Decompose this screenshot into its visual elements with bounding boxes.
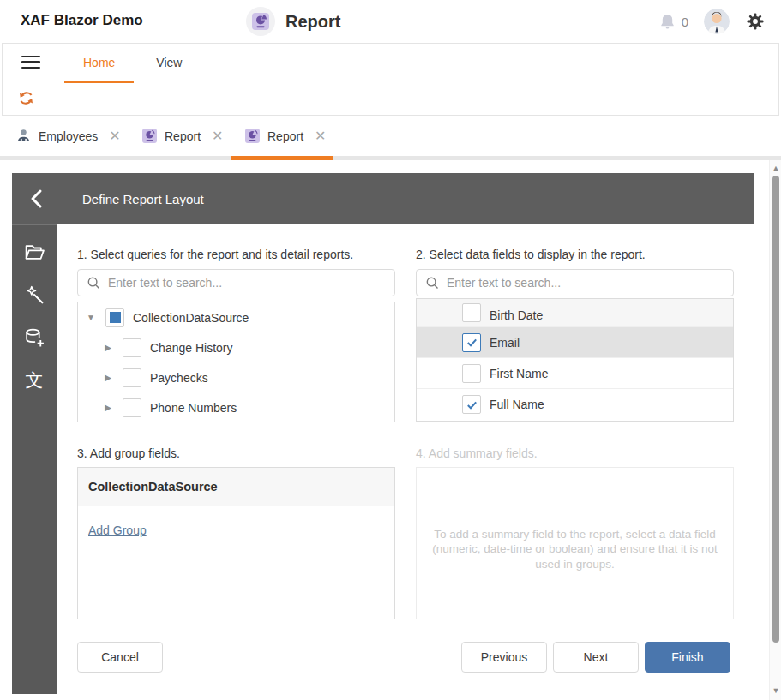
- page-title: Report: [285, 12, 340, 32]
- search-icon: [425, 276, 439, 290]
- collapse-arrow-icon[interactable]: ▼: [86, 313, 96, 322]
- bell-icon: [659, 13, 676, 30]
- expand-arrow-icon[interactable]: ▶: [103, 403, 113, 412]
- vertical-scrollbar[interactable]: ▲ ▼: [769, 160, 781, 700]
- tree-row[interactable]: ▼ CollectionDataSource: [78, 302, 394, 332]
- step3-heading: 3. Add group fields.: [77, 446, 395, 460]
- notification-count: 0: [682, 15, 688, 29]
- menu-tab-home[interactable]: Home: [63, 44, 135, 81]
- employees-icon: [16, 129, 31, 143]
- group-fields-panel: CollectionDataSource Add Group: [77, 467, 395, 619]
- wizard-header: Define Report Layout: [12, 173, 754, 224]
- summary-empty-hint: To add a summary field to the report, se…: [417, 527, 733, 572]
- menu-tab-view[interactable]: View: [135, 44, 202, 81]
- checkbox-checked[interactable]: [462, 395, 481, 414]
- tree-row[interactable]: ▶ Paychecks: [78, 362, 394, 392]
- step2-search: [416, 269, 734, 296]
- refresh-icon[interactable]: [15, 87, 37, 110]
- localization-icon[interactable]: 文: [23, 369, 45, 392]
- tab-report-1[interactable]: Report ✕: [142, 116, 223, 156]
- wizard-sidebar: 文: [12, 224, 57, 694]
- app-title: XAF Blazor Demo: [21, 12, 143, 29]
- close-tab-icon[interactable]: ✕: [109, 128, 120, 144]
- checkbox-unchecked[interactable]: [123, 368, 141, 387]
- step1-search-input[interactable]: [108, 276, 394, 290]
- close-tab-icon[interactable]: ✕: [315, 128, 326, 144]
- page-header: Report: [246, 7, 340, 36]
- step1-search: [77, 269, 395, 296]
- search-icon: [87, 276, 100, 290]
- expand-arrow-icon[interactable]: ▶: [103, 373, 113, 382]
- app-window: XAF Blazor Demo Report: [0, 0, 781, 700]
- step1-heading: 1. Select queries for the report and its…: [77, 248, 395, 261]
- add-group-link[interactable]: Add Group: [88, 524, 147, 537]
- report-icon: [142, 129, 157, 143]
- tab-employees[interactable]: Employees ✕: [16, 116, 121, 156]
- active-tab-underline: [231, 156, 333, 160]
- checkbox-unchecked[interactable]: [123, 398, 141, 417]
- open-folder-icon[interactable]: [23, 241, 45, 263]
- checkbox-unchecked[interactable]: [462, 303, 481, 322]
- menu-bar: Home View: [3, 44, 778, 81]
- next-button[interactable]: Next: [553, 642, 639, 673]
- scrollbar-up-arrow[interactable]: ▲: [770, 162, 781, 174]
- step4-heading: 4. Add summary fields.: [416, 446, 734, 460]
- toolbar: [3, 81, 778, 115]
- step2-heading: 2. Select data fields to display in the …: [416, 248, 734, 261]
- queries-tree: ▼ CollectionDataSource ▶ Change History …: [77, 302, 395, 422]
- app-header: XAF Blazor Demo Report: [0, 0, 781, 43]
- group-panel-title: CollectionDataSource: [78, 468, 394, 506]
- field-row-birth-date[interactable]: Birth Date: [417, 299, 733, 327]
- user-avatar[interactable]: [704, 9, 730, 34]
- report-icon: [246, 7, 275, 36]
- wizard-title: Define Report Layout: [82, 192, 204, 206]
- checkbox-indeterminate[interactable]: [105, 308, 124, 327]
- close-tab-icon[interactable]: ✕: [212, 128, 223, 144]
- magic-wand-icon[interactable]: [23, 284, 45, 306]
- scrollbar-down-arrow[interactable]: ▼: [770, 685, 781, 697]
- tab-strip-divider: [0, 156, 781, 160]
- document-tab-strip: Employees ✕ Report ✕: [0, 116, 781, 156]
- checkbox-unchecked[interactable]: [123, 338, 141, 357]
- back-chevron-icon[interactable]: [29, 188, 46, 209]
- expand-arrow-icon[interactable]: ▶: [103, 343, 113, 352]
- checkbox-checked[interactable]: [462, 333, 481, 352]
- tab-report-2-active[interactable]: Report ✕: [245, 116, 326, 156]
- scrollbar-thumb[interactable]: [772, 176, 779, 643]
- tree-row[interactable]: ▶ Phone Numbers: [78, 392, 394, 422]
- report-wizard-dialog: Define Report Layout: [12, 173, 754, 694]
- ribbon: Home View: [2, 43, 779, 116]
- report-icon: [245, 129, 260, 143]
- data-fields-list: Birth Date Email First Name Full Na: [416, 298, 734, 422]
- notifications-button[interactable]: 0: [659, 13, 688, 30]
- finish-button[interactable]: Finish: [645, 642, 730, 673]
- hamburger-menu-icon[interactable]: [21, 56, 40, 69]
- cancel-button[interactable]: Cancel: [77, 642, 163, 673]
- summary-fields-panel: To add a summary field to the report, se…: [416, 467, 734, 619]
- field-row-first-name[interactable]: First Name: [417, 358, 733, 389]
- tree-row[interactable]: ▶ Change History: [78, 332, 394, 362]
- field-row-email[interactable]: Email: [417, 327, 733, 358]
- step2-search-input[interactable]: [447, 276, 733, 290]
- wizard-content: 1. Select queries for the report and its…: [57, 224, 754, 694]
- header-actions: 0: [659, 9, 766, 34]
- checkbox-unchecked[interactable]: [462, 364, 481, 383]
- add-datasource-icon[interactable]: [23, 326, 45, 349]
- field-row-full-name[interactable]: Full Name: [417, 389, 733, 420]
- settings-gear-icon[interactable]: [745, 11, 766, 32]
- previous-button[interactable]: Previous: [461, 642, 547, 673]
